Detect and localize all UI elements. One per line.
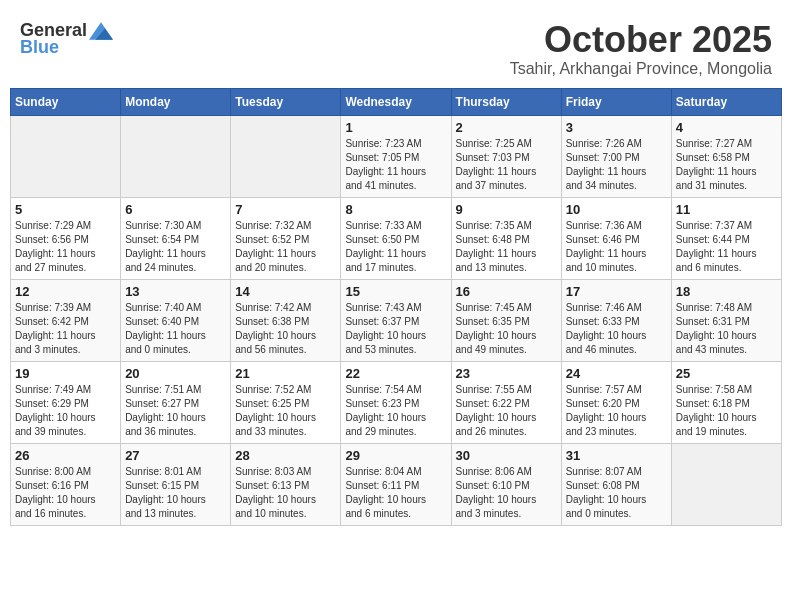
day-number: 23 [456,366,557,381]
weekday-header-friday: Friday [561,88,671,115]
month-title: October 2025 [510,20,772,60]
day-number: 13 [125,284,226,299]
calendar-week-4: 19Sunrise: 7:49 AM Sunset: 6:29 PM Dayli… [11,361,782,443]
day-number: 18 [676,284,777,299]
calendar-cell: 16Sunrise: 7:45 AM Sunset: 6:35 PM Dayli… [451,279,561,361]
day-number: 2 [456,120,557,135]
weekday-header-wednesday: Wednesday [341,88,451,115]
day-info: Sunrise: 7:49 AM Sunset: 6:29 PM Dayligh… [15,383,116,439]
calendar-cell: 24Sunrise: 7:57 AM Sunset: 6:20 PM Dayli… [561,361,671,443]
calendar-cell: 23Sunrise: 7:55 AM Sunset: 6:22 PM Dayli… [451,361,561,443]
day-info: Sunrise: 7:54 AM Sunset: 6:23 PM Dayligh… [345,383,446,439]
calendar-cell: 19Sunrise: 7:49 AM Sunset: 6:29 PM Dayli… [11,361,121,443]
calendar-cell: 4Sunrise: 7:27 AM Sunset: 6:58 PM Daylig… [671,115,781,197]
day-number: 6 [125,202,226,217]
calendar-cell: 2Sunrise: 7:25 AM Sunset: 7:03 PM Daylig… [451,115,561,197]
day-info: Sunrise: 7:33 AM Sunset: 6:50 PM Dayligh… [345,219,446,275]
calendar-cell: 29Sunrise: 8:04 AM Sunset: 6:11 PM Dayli… [341,443,451,525]
day-number: 8 [345,202,446,217]
day-number: 31 [566,448,667,463]
day-number: 28 [235,448,336,463]
day-number: 1 [345,120,446,135]
calendar-week-5: 26Sunrise: 8:00 AM Sunset: 6:16 PM Dayli… [11,443,782,525]
calendar-cell: 25Sunrise: 7:58 AM Sunset: 6:18 PM Dayli… [671,361,781,443]
day-info: Sunrise: 7:37 AM Sunset: 6:44 PM Dayligh… [676,219,777,275]
location-title: Tsahir, Arkhangai Province, Mongolia [510,60,772,78]
day-info: Sunrise: 7:58 AM Sunset: 6:18 PM Dayligh… [676,383,777,439]
day-number: 20 [125,366,226,381]
day-info: Sunrise: 7:40 AM Sunset: 6:40 PM Dayligh… [125,301,226,357]
calendar-cell [231,115,341,197]
day-number: 30 [456,448,557,463]
day-info: Sunrise: 7:52 AM Sunset: 6:25 PM Dayligh… [235,383,336,439]
calendar-cell: 10Sunrise: 7:36 AM Sunset: 6:46 PM Dayli… [561,197,671,279]
calendar-cell: 28Sunrise: 8:03 AM Sunset: 6:13 PM Dayli… [231,443,341,525]
day-number: 26 [15,448,116,463]
day-info: Sunrise: 7:25 AM Sunset: 7:03 PM Dayligh… [456,137,557,193]
day-number: 21 [235,366,336,381]
calendar-week-1: 1Sunrise: 7:23 AM Sunset: 7:05 PM Daylig… [11,115,782,197]
day-info: Sunrise: 7:32 AM Sunset: 6:52 PM Dayligh… [235,219,336,275]
day-number: 12 [15,284,116,299]
weekday-header-row: SundayMondayTuesdayWednesdayThursdayFrid… [11,88,782,115]
day-number: 22 [345,366,446,381]
day-number: 9 [456,202,557,217]
calendar-cell: 26Sunrise: 8:00 AM Sunset: 6:16 PM Dayli… [11,443,121,525]
header: General Blue October 2025 Tsahir, Arkhan… [10,10,782,83]
title-section: October 2025 Tsahir, Arkhangai Province,… [510,20,772,78]
day-number: 11 [676,202,777,217]
calendar-table: SundayMondayTuesdayWednesdayThursdayFrid… [10,88,782,526]
day-info: Sunrise: 7:57 AM Sunset: 6:20 PM Dayligh… [566,383,667,439]
weekday-header-thursday: Thursday [451,88,561,115]
day-number: 14 [235,284,336,299]
calendar-cell: 21Sunrise: 7:52 AM Sunset: 6:25 PM Dayli… [231,361,341,443]
weekday-header-sunday: Sunday [11,88,121,115]
day-info: Sunrise: 7:30 AM Sunset: 6:54 PM Dayligh… [125,219,226,275]
calendar-cell: 12Sunrise: 7:39 AM Sunset: 6:42 PM Dayli… [11,279,121,361]
calendar-cell [11,115,121,197]
day-info: Sunrise: 7:26 AM Sunset: 7:00 PM Dayligh… [566,137,667,193]
day-number: 27 [125,448,226,463]
calendar-cell: 30Sunrise: 8:06 AM Sunset: 6:10 PM Dayli… [451,443,561,525]
day-info: Sunrise: 8:03 AM Sunset: 6:13 PM Dayligh… [235,465,336,521]
calendar-cell: 17Sunrise: 7:46 AM Sunset: 6:33 PM Dayli… [561,279,671,361]
calendar-cell: 6Sunrise: 7:30 AM Sunset: 6:54 PM Daylig… [121,197,231,279]
day-number: 15 [345,284,446,299]
day-info: Sunrise: 7:42 AM Sunset: 6:38 PM Dayligh… [235,301,336,357]
day-info: Sunrise: 7:55 AM Sunset: 6:22 PM Dayligh… [456,383,557,439]
calendar-cell: 14Sunrise: 7:42 AM Sunset: 6:38 PM Dayli… [231,279,341,361]
calendar-cell: 11Sunrise: 7:37 AM Sunset: 6:44 PM Dayli… [671,197,781,279]
calendar-week-2: 5Sunrise: 7:29 AM Sunset: 6:56 PM Daylig… [11,197,782,279]
calendar-cell: 20Sunrise: 7:51 AM Sunset: 6:27 PM Dayli… [121,361,231,443]
day-info: Sunrise: 8:00 AM Sunset: 6:16 PM Dayligh… [15,465,116,521]
calendar-cell: 15Sunrise: 7:43 AM Sunset: 6:37 PM Dayli… [341,279,451,361]
calendar-cell: 31Sunrise: 8:07 AM Sunset: 6:08 PM Dayli… [561,443,671,525]
day-number: 5 [15,202,116,217]
weekday-header-monday: Monday [121,88,231,115]
calendar-cell: 1Sunrise: 7:23 AM Sunset: 7:05 PM Daylig… [341,115,451,197]
day-info: Sunrise: 7:35 AM Sunset: 6:48 PM Dayligh… [456,219,557,275]
day-info: Sunrise: 7:48 AM Sunset: 6:31 PM Dayligh… [676,301,777,357]
logo-icon [89,22,113,40]
day-info: Sunrise: 7:51 AM Sunset: 6:27 PM Dayligh… [125,383,226,439]
calendar-cell: 3Sunrise: 7:26 AM Sunset: 7:00 PM Daylig… [561,115,671,197]
calendar-cell: 9Sunrise: 7:35 AM Sunset: 6:48 PM Daylig… [451,197,561,279]
day-info: Sunrise: 7:29 AM Sunset: 6:56 PM Dayligh… [15,219,116,275]
weekday-header-saturday: Saturday [671,88,781,115]
calendar-cell [671,443,781,525]
day-number: 3 [566,120,667,135]
day-info: Sunrise: 7:39 AM Sunset: 6:42 PM Dayligh… [15,301,116,357]
calendar-cell: 27Sunrise: 8:01 AM Sunset: 6:15 PM Dayli… [121,443,231,525]
weekday-header-tuesday: Tuesday [231,88,341,115]
calendar-cell: 7Sunrise: 7:32 AM Sunset: 6:52 PM Daylig… [231,197,341,279]
day-info: Sunrise: 8:04 AM Sunset: 6:11 PM Dayligh… [345,465,446,521]
day-number: 17 [566,284,667,299]
calendar-cell: 8Sunrise: 7:33 AM Sunset: 6:50 PM Daylig… [341,197,451,279]
day-number: 25 [676,366,777,381]
day-number: 24 [566,366,667,381]
day-info: Sunrise: 7:36 AM Sunset: 6:46 PM Dayligh… [566,219,667,275]
calendar-cell: 13Sunrise: 7:40 AM Sunset: 6:40 PM Dayli… [121,279,231,361]
day-number: 4 [676,120,777,135]
calendar-cell [121,115,231,197]
day-number: 10 [566,202,667,217]
